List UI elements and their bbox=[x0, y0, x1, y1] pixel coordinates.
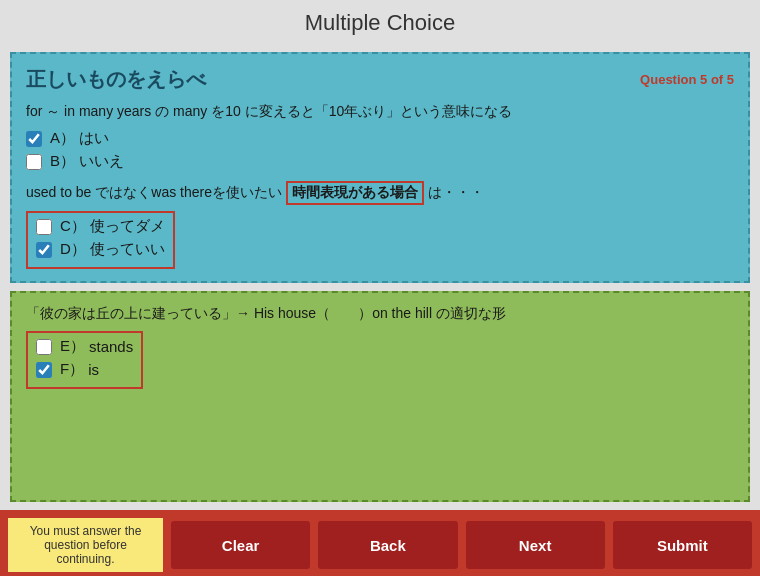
question-2-text: used to be ではなくwas thereを使いたい 時間表現がある場合 … bbox=[26, 181, 734, 205]
option-f: F） is bbox=[36, 360, 133, 379]
options-ef-box: E） stands F） is bbox=[26, 331, 143, 389]
green-section: 「彼の家は丘の上に建っている」→ His house（ ）on the hill… bbox=[10, 291, 750, 502]
option-b-text: いいえ bbox=[79, 152, 124, 171]
section-title: 正しいものをえらべ bbox=[26, 66, 206, 93]
options-ab-group: A） はい B） いいえ bbox=[26, 129, 734, 171]
warning-message: You must answer the question before cont… bbox=[8, 518, 163, 572]
option-b-checkbox[interactable] bbox=[26, 154, 42, 170]
option-d-label: D） bbox=[60, 240, 86, 259]
next-button[interactable]: Next bbox=[466, 521, 605, 569]
option-e: E） stands bbox=[36, 337, 133, 356]
option-a-text: はい bbox=[79, 129, 109, 148]
option-f-label: F） bbox=[60, 360, 84, 379]
option-f-checkbox[interactable] bbox=[36, 362, 52, 378]
footer: You must answer the question before cont… bbox=[0, 510, 760, 576]
option-d-checkbox[interactable] bbox=[36, 242, 52, 258]
option-e-checkbox[interactable] bbox=[36, 339, 52, 355]
option-a: A） はい bbox=[26, 129, 734, 148]
question-counter: Question 5 of 5 bbox=[640, 72, 734, 87]
question-2-highlight: 時間表現がある場合 bbox=[286, 181, 424, 205]
options-cd-box: C） 使ってダメ D） 使っていい bbox=[26, 211, 175, 269]
blue-section: 正しいものをえらべ Question 5 of 5 for ～ in many … bbox=[10, 52, 750, 283]
option-c-checkbox[interactable] bbox=[36, 219, 52, 235]
question-2-part1: used to be ではなくwas thereを使いたい bbox=[26, 184, 282, 202]
option-d: D） 使っていい bbox=[36, 240, 165, 259]
question-1-text: for ～ in many years の many を10 に変えると「10年… bbox=[26, 103, 734, 121]
page-title: Multiple Choice bbox=[0, 0, 760, 44]
option-c: C） 使ってダメ bbox=[36, 217, 165, 236]
option-a-label: A） bbox=[50, 129, 75, 148]
option-b-label: B） bbox=[50, 152, 75, 171]
clear-button[interactable]: Clear bbox=[171, 521, 310, 569]
option-b: B） いいえ bbox=[26, 152, 734, 171]
question-2-part2: は・・・ bbox=[428, 184, 484, 202]
submit-button[interactable]: Submit bbox=[613, 521, 752, 569]
option-c-label: C） bbox=[60, 217, 86, 236]
option-c-text: 使ってダメ bbox=[90, 217, 165, 236]
option-d-text: 使っていい bbox=[90, 240, 165, 259]
option-f-text: is bbox=[88, 361, 99, 378]
option-a-checkbox[interactable] bbox=[26, 131, 42, 147]
option-e-label: E） bbox=[60, 337, 85, 356]
question-3-text: 「彼の家は丘の上に建っている」→ His house（ ）on the hill… bbox=[26, 305, 734, 323]
option-e-text: stands bbox=[89, 338, 133, 355]
back-button[interactable]: Back bbox=[318, 521, 457, 569]
